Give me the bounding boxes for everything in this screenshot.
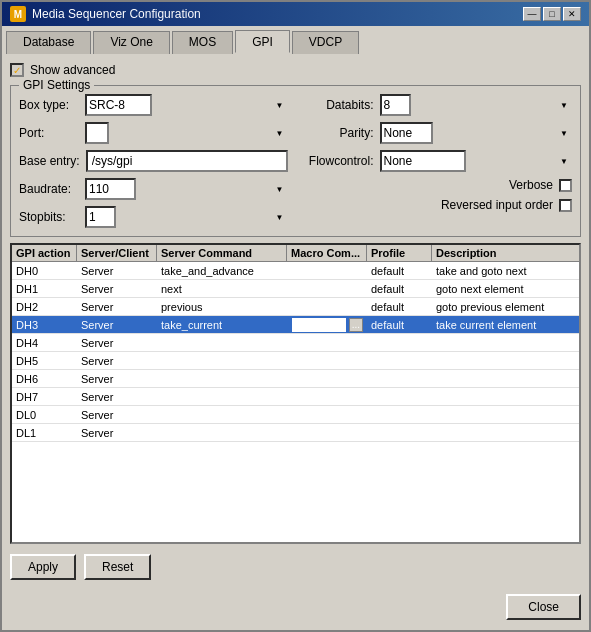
table-cell-5: take current element — [432, 316, 579, 333]
reset-button[interactable]: Reset — [84, 554, 151, 580]
window-title: Media Sequencer Configuration — [32, 7, 201, 21]
table-row[interactable]: DH3Servertake_current...defaulttake curr… — [12, 316, 579, 334]
table-cell-1: Server — [77, 298, 157, 315]
table-cell-5: take and goto next — [432, 262, 579, 279]
minimize-button[interactable]: — — [523, 7, 541, 21]
table-cell-0: DH7 — [12, 388, 77, 405]
tab-gpi[interactable]: GPI — [235, 30, 290, 53]
table-row[interactable]: DH1Servernextdefaultgoto next element — [12, 280, 579, 298]
main-content: ✓ Show advanced GPI Settings Box type: S… — [2, 53, 589, 630]
reversed-input-order-checkbox[interactable] — [559, 199, 572, 212]
port-select-wrapper — [85, 122, 288, 144]
flowcontrol-label: Flowcontrol: — [304, 154, 374, 168]
title-bar: M Media Sequencer Configuration — □ ✕ — [2, 2, 589, 26]
title-buttons: — □ ✕ — [523, 7, 581, 21]
close-button[interactable]: Close — [506, 594, 581, 620]
table-cell-3 — [287, 280, 367, 297]
restore-button[interactable]: □ — [543, 7, 561, 21]
table-cell-4: default — [367, 316, 432, 333]
table-cell-4 — [367, 370, 432, 387]
col-header-server-client[interactable]: Server/Client — [77, 245, 157, 261]
table-cell-2 — [157, 406, 287, 423]
col-header-gpi-action[interactable]: GPI action — [12, 245, 77, 261]
table-cell-0: DH6 — [12, 370, 77, 387]
table-cell-2: previous — [157, 298, 287, 315]
table-cell-4: default — [367, 298, 432, 315]
flowcontrol-select-wrapper: None XON/XOFF RTS/CTS — [380, 150, 573, 172]
parity-label: Parity: — [304, 126, 374, 140]
databits-select[interactable]: 8 7 6 5 — [380, 94, 411, 116]
flowcontrol-select[interactable]: None XON/XOFF RTS/CTS — [380, 150, 466, 172]
table-cell-2: take_current — [157, 316, 287, 333]
table-cell-1: Server — [77, 334, 157, 351]
tab-viz-one[interactable]: Viz One — [93, 31, 169, 54]
tab-database[interactable]: Database — [6, 31, 91, 54]
flowcontrol-row: Flowcontrol: None XON/XOFF RTS/CTS — [304, 150, 573, 172]
col-header-description[interactable]: Description — [432, 245, 579, 261]
table-cell-3 — [287, 334, 367, 351]
table-cell-1: Server — [77, 406, 157, 423]
col-header-profile[interactable]: Profile — [367, 245, 432, 261]
box-type-select[interactable]: SRC-8 SRC-16 — [85, 94, 152, 116]
stopbits-row: Stopbits: 1 2 — [19, 206, 288, 228]
col-header-server-command[interactable]: Server Command — [157, 245, 287, 261]
table-cell-0: DH1 — [12, 280, 77, 297]
macro-command-ellipsis-button[interactable]: ... — [349, 318, 363, 332]
box-type-label: Box type: — [19, 98, 79, 112]
tab-mos[interactable]: MOS — [172, 31, 233, 54]
show-advanced-checkbox[interactable]: ✓ — [10, 63, 24, 77]
table-cell-3: ... — [287, 316, 367, 333]
table-cell-5 — [432, 388, 579, 405]
table-header: GPI action Server/Client Server Command … — [12, 245, 579, 262]
table-cell-1: Server — [77, 388, 157, 405]
table-cell-0: DH5 — [12, 352, 77, 369]
title-bar-left: M Media Sequencer Configuration — [10, 6, 201, 22]
base-entry-row: Base entry: — [19, 150, 288, 172]
table-row[interactable]: DH4Server — [12, 334, 579, 352]
table-row[interactable]: DH0Servertake_and_advancedefaulttake and… — [12, 262, 579, 280]
table-body[interactable]: DH0Servertake_and_advancedefaulttake and… — [12, 262, 579, 542]
box-type-select-wrapper: SRC-8 SRC-16 — [85, 94, 288, 116]
table-cell-0: DL0 — [12, 406, 77, 423]
table-cell-4: default — [367, 280, 432, 297]
table-cell-5 — [432, 406, 579, 423]
table-cell-1: Server — [77, 424, 157, 441]
table-cell-3 — [287, 370, 367, 387]
table-cell-3 — [287, 262, 367, 279]
stopbits-select[interactable]: 1 2 — [85, 206, 116, 228]
parity-select-wrapper: None Even Odd — [380, 122, 573, 144]
parity-select[interactable]: None Even Odd — [380, 122, 433, 144]
close-window-button[interactable]: ✕ — [563, 7, 581, 21]
table-row[interactable]: DH5Server — [12, 352, 579, 370]
port-select[interactable] — [85, 122, 109, 144]
bottom-buttons: Apply Reset — [10, 550, 581, 584]
table-cell-3 — [287, 352, 367, 369]
baudrate-select[interactable]: 110 300 9600 — [85, 178, 136, 200]
apply-button[interactable]: Apply — [10, 554, 76, 580]
macro-command-input[interactable] — [291, 317, 347, 333]
gpi-settings-group: GPI Settings Box type: SRC-8 SRC-16 — [10, 85, 581, 237]
table-row[interactable]: DH7Server — [12, 388, 579, 406]
table-cell-2 — [157, 388, 287, 405]
verbose-checkbox[interactable] — [559, 179, 572, 192]
table-cell-5 — [432, 424, 579, 441]
base-entry-input[interactable] — [86, 150, 288, 172]
table-row[interactable]: DL0Server — [12, 406, 579, 424]
databits-label: Databits: — [304, 98, 374, 112]
table-cell-1: Server — [77, 316, 157, 333]
gpi-table: GPI action Server/Client Server Command … — [10, 243, 581, 544]
table-cell-0: DH4 — [12, 334, 77, 351]
table-cell-0: DH3 — [12, 316, 77, 333]
show-advanced-label: Show advanced — [30, 63, 115, 77]
gpi-settings-label: GPI Settings — [19, 78, 94, 92]
port-row: Port: — [19, 122, 288, 144]
table-row[interactable]: DL1Server — [12, 424, 579, 442]
table-row[interactable]: DH6Server — [12, 370, 579, 388]
col-header-macro-command[interactable]: Macro Com... — [287, 245, 367, 261]
tab-vdcp[interactable]: VDCP — [292, 31, 359, 54]
table-row[interactable]: DH2Serverpreviousdefaultgoto previous el… — [12, 298, 579, 316]
table-cell-3 — [287, 424, 367, 441]
table-cell-2 — [157, 424, 287, 441]
table-cell-5: goto previous element — [432, 298, 579, 315]
main-window: M Media Sequencer Configuration — □ ✕ Da… — [0, 0, 591, 632]
